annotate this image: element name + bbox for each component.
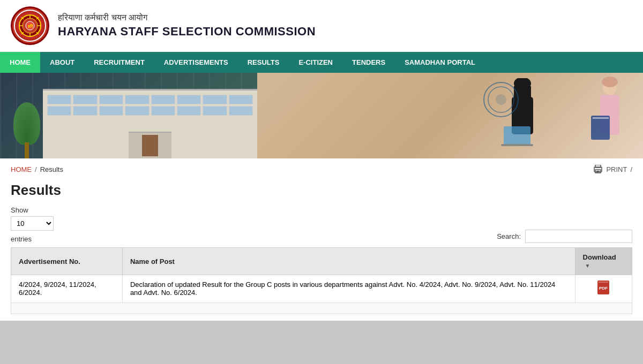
person-silhouette-2 — [588, 75, 631, 158]
sort-arrow-icon: ▼ — [585, 263, 590, 269]
svg-rect-16 — [504, 126, 530, 145]
svg-rect-30 — [596, 172, 599, 173]
table-cell-download: PDF — [575, 275, 632, 303]
page-wrapper: हरि हरियाणा कर्मचारी चयन आयोग HARYANA ST… — [0, 0, 643, 321]
logo: हरि — [11, 6, 49, 45]
col-header-adv-no: Advertisement No. — [11, 248, 123, 275]
nav-item-results[interactable]: RESULTS — [238, 52, 289, 73]
show-select[interactable]: 10 25 50 100 — [11, 216, 54, 231]
svg-rect-17 — [501, 144, 533, 146]
nav-item-samadhan[interactable]: SAMADHAN PORTAL — [395, 52, 485, 73]
col-header-post-name: Name of Post — [122, 248, 575, 275]
hindi-title: हरियाणा कर्मचारी चयन आयोग — [58, 13, 316, 22]
nav-item-ecitizen[interactable]: E-CITIZEN — [289, 52, 342, 73]
search-label: Search: — [497, 232, 521, 240]
breadcrumb-separator-1: / — [35, 165, 37, 173]
table-cell-post-name: Declaration of updated Result for the Gr… — [122, 275, 575, 303]
svg-point-25 — [496, 94, 506, 105]
table-controls: Show 10 25 50 100 entries Search: — [11, 206, 632, 243]
svg-rect-22 — [593, 117, 609, 119]
svg-text:PDF: PDF — [599, 286, 608, 291]
table-cell-adv-no: 4/2024, 9/2024, 11/2024, 6/2024. — [11, 275, 123, 303]
print-label[interactable]: PRINT — [606, 165, 627, 173]
page-title: Results — [11, 182, 632, 199]
nav-bar: HOME ABOUT RECRUITMENT ADVERTISEMENTS RE… — [0, 52, 643, 73]
nav-item-advertisements[interactable]: ADVERTISEMENTS — [154, 52, 238, 73]
nav-item-about[interactable]: ABOUT — [40, 52, 84, 73]
svg-rect-29 — [596, 171, 600, 172]
nav-item-tenders[interactable]: TENDERS — [342, 52, 395, 73]
english-title: HARYANA STAFF SELECTION COMMISSION — [58, 25, 316, 39]
breadcrumb: HOME / Results PRINT / — [11, 165, 632, 173]
entries-label: entries — [11, 235, 54, 243]
table-row: 4/2024, 9/2024, 11/2024, 6/2024. Declara… — [11, 275, 632, 303]
breadcrumb-print[interactable]: PRINT / — [593, 165, 632, 173]
print-separator: / — [630, 165, 632, 173]
tree-top — [13, 102, 40, 145]
table-row-empty — [11, 303, 632, 314]
nav-item-home[interactable]: HOME — [0, 52, 40, 73]
search-input[interactable] — [525, 230, 632, 243]
svg-rect-21 — [591, 116, 610, 140]
svg-rect-33 — [599, 282, 608, 283]
hero-building-section — [0, 73, 257, 158]
svg-rect-27 — [595, 165, 601, 168]
tree-decoration — [11, 100, 43, 158]
site-header: हरि हरियाणा कर्मचारी चयन आयोग HARYANA ST… — [0, 0, 643, 52]
nav-item-recruitment[interactable]: RECRUITMENT — [84, 52, 154, 73]
header-text: हरियाणा कर्मचारी चयन आयोग HARYANA STAFF … — [58, 13, 316, 39]
breadcrumb-home-link[interactable]: HOME — [11, 165, 32, 173]
svg-point-20 — [602, 77, 618, 87]
tree-trunk — [25, 142, 29, 158]
content-area: HOME / Results PRINT / Results Show — [0, 158, 643, 321]
logo-emblem: हरि — [14, 10, 46, 42]
col-header-download[interactable]: Download ▼ — [575, 248, 632, 275]
hero-banner — [0, 73, 643, 158]
show-section: Show 10 25 50 100 entries — [11, 206, 54, 243]
pdf-download-icon[interactable]: PDF — [597, 285, 609, 297]
emblem-overlay — [482, 81, 520, 118]
search-section: Search: — [497, 230, 632, 243]
svg-text:हरि: हरि — [27, 24, 33, 29]
results-table: Advertisement No. Name of Post Download … — [11, 247, 632, 314]
print-icon — [593, 165, 603, 173]
hero-people-section — [257, 73, 643, 158]
show-label: Show — [11, 206, 54, 214]
table-header-row: Advertisement No. Name of Post Download … — [11, 248, 632, 275]
breadcrumb-current: Results — [40, 165, 63, 173]
